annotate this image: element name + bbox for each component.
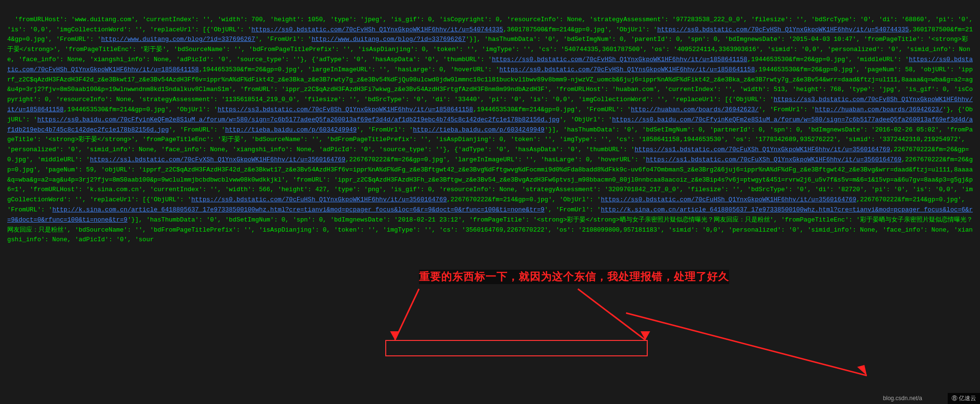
url-link[interactable]: http://www.duitang.com/blog/?id=33769626… bbox=[101, 36, 255, 43]
url-link[interactable]: https://ss0.bdstatic.com/70cFvHSh_Q1YnxG… bbox=[492, 56, 747, 63]
url-link[interactable]: http://www.duitang.com/blog/?id=33769626… bbox=[312, 36, 466, 43]
url-link[interactable]: https://ss3.bdstatic.com/70cFv8Sh_Q1YnxG… bbox=[218, 106, 473, 113]
url-link[interactable]: https://ss0.bdstatic.com/70cFvHSh_Q1YnxG… bbox=[251, 26, 503, 33]
bottom-bar: ⑧ 亿速云 bbox=[948, 393, 980, 404]
url-link[interactable]: https://ssl.bdstatic.com/70cFvXSh_Q1YnxG… bbox=[90, 156, 346, 163]
url-link[interactable]: http://k.sina.com.cn/article_6418805637_… bbox=[52, 206, 545, 213]
url-link[interactable]: http://huaban.com/boards/36942623/ bbox=[631, 106, 758, 113]
url-link[interactable]: https://ss1.bdstatic.com/70cFuXSh_Q1YnxG… bbox=[635, 146, 890, 153]
csdn-badge: blog.csdn.net/a bbox=[883, 395, 922, 402]
url-link[interactable]: https://ss0.bdstatic.com/70cFvHSh_Q1YnxG… bbox=[7, 56, 973, 73]
url-link[interactable]: https://ss0.bdstatic.com/70cFvHSh_Q1YnsG… bbox=[499, 66, 755, 73]
url-link[interactable]: https://ss0.bdstatic.com/70cFuHSh_Q1YnxG… bbox=[191, 196, 447, 203]
url-link[interactable]: http://huaban.com/boards/36942623/ bbox=[815, 106, 942, 113]
url-link[interactable]: https://ss1.bdstatic.com/70cFuXSh_Q1YnxG… bbox=[646, 156, 902, 163]
url-link[interactable]: https://ss0.baidu.com/70cFfyinKeQFm2e8S1… bbox=[37, 116, 559, 123]
url-link[interactable]: https://ss0.bdstatic.com/70cFuHSh_Q1YnxG… bbox=[601, 196, 857, 203]
url-link[interactable]: http://tieba.baidu.com/p/6034249949 bbox=[225, 126, 357, 133]
url-link[interactable]: https://ss0.bdstatic.com/70cFvHSh_Q1YnxG… bbox=[657, 26, 909, 33]
code-text: 'fromURLHost': 'www.duitang.com', 'curre… bbox=[7, 16, 977, 244]
bottom-badge: ⑧ 亿速云 bbox=[952, 395, 976, 402]
code-display: 'fromURLHost': 'www.duitang.com', 'curre… bbox=[0, 0, 980, 404]
url-link[interactable]: http://tieba.baidu.com/p/6034249949 bbox=[413, 126, 545, 133]
